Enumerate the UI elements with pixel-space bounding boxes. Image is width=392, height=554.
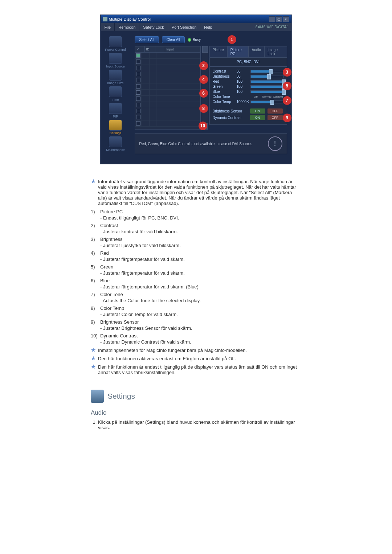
item-title: Brightness Sensor xyxy=(100,319,192,325)
brand-label: SAMSUNG DIGITAL xyxy=(252,23,291,31)
colortemp-slider[interactable] xyxy=(250,100,284,103)
item-desc: - Justerar färgtemperatur för vald skärm… xyxy=(100,270,185,276)
item-desc: - Justerar Color Temp för vald skärm. xyxy=(100,312,178,317)
checkbox-icon[interactable] xyxy=(136,72,140,76)
menu-safety-lock[interactable]: Safety Lock xyxy=(139,23,168,31)
checkbox-icon[interactable] xyxy=(136,90,140,95)
settings-panel: Picture Picture PC Audio Image Lock PC, … xyxy=(209,46,287,130)
maximize-button[interactable]: ▢ xyxy=(276,16,282,22)
item-desc: - Justerar kontrast för vald bildskärm. xyxy=(100,229,178,234)
dc-off-button[interactable]: OFF xyxy=(268,115,283,120)
power-control-icon[interactable] xyxy=(109,36,122,47)
explanation-list: 1)Picture PC- Endast tillgängligt för PC… xyxy=(91,209,301,345)
table-row[interactable] xyxy=(135,59,200,65)
col-id[interactable]: ID xyxy=(145,46,155,52)
item-title: Dynamic Contrast xyxy=(100,333,191,338)
maintenance-icon[interactable] xyxy=(109,136,122,147)
close-button[interactable]: × xyxy=(283,16,289,22)
settings-section-icon xyxy=(91,390,104,403)
table-row[interactable] xyxy=(135,120,200,127)
brightness-slider[interactable] xyxy=(250,75,284,78)
col-check[interactable]: ✓ xyxy=(135,46,145,52)
colortone-slider[interactable]: OffNormalCustom xyxy=(250,95,284,99)
item-desc: - Endast tillgängligt för PC, BNC, DVI. xyxy=(100,215,179,221)
sidebar-label: Settings xyxy=(101,131,130,135)
red-label: Red xyxy=(213,79,237,83)
table-row[interactable] xyxy=(135,77,200,83)
callout-4: 4 xyxy=(199,75,208,84)
blue-slider[interactable] xyxy=(250,90,284,93)
table-row[interactable] xyxy=(135,90,200,96)
table-row[interactable] xyxy=(135,65,200,71)
checkbox-icon[interactable] xyxy=(136,97,140,101)
checkbox-icon[interactable] xyxy=(136,53,140,58)
tab-picture-pc[interactable]: Picture PC xyxy=(227,46,249,57)
tab-picture[interactable]: Picture xyxy=(209,46,227,57)
bs-on-button[interactable]: ON xyxy=(250,108,265,114)
sidebar-label: Maintenance xyxy=(101,148,130,152)
checkbox-icon[interactable] xyxy=(136,121,140,126)
checkbox-icon[interactable] xyxy=(136,115,140,119)
tab-image-lock[interactable]: Image Lock xyxy=(264,46,287,57)
col-icon[interactable] xyxy=(155,46,165,52)
minimize-button[interactable]: _ xyxy=(269,16,275,22)
checkbox-icon[interactable] xyxy=(136,103,140,107)
steps-list: Klicka på Inställningar (Settings) bland… xyxy=(91,419,301,430)
time-icon[interactable] xyxy=(109,86,122,97)
item-title: Picture PC xyxy=(100,209,179,214)
callout-5: 5 xyxy=(283,82,291,90)
callout-7: 7 xyxy=(283,96,291,105)
document-content: ★Inforutnätet visar grundläggande inform… xyxy=(91,179,301,430)
bs-off-button[interactable]: OFF xyxy=(268,108,283,114)
item-title: Contrast xyxy=(100,223,178,228)
brightness-sensor-label: Brightness Sensor xyxy=(213,109,249,113)
star-icon: ★ xyxy=(91,364,96,375)
menu-help[interactable]: Help xyxy=(200,23,216,31)
settings-icon[interactable] xyxy=(109,120,122,131)
intro-note: Inforutnätet visar grundläggande informa… xyxy=(98,179,301,206)
sidebar-label: Power Control xyxy=(101,48,130,52)
star-icon: ★ xyxy=(91,356,96,361)
input-source-icon[interactable] xyxy=(109,53,122,64)
select-all-button[interactable]: Select All xyxy=(135,36,159,43)
table-row[interactable] xyxy=(135,102,200,108)
table-row[interactable] xyxy=(135,53,200,59)
callout-1: 1 xyxy=(228,35,236,44)
colortemp-label: Color Temp xyxy=(213,100,237,104)
menu-remocon[interactable]: Remocon xyxy=(115,23,139,31)
mdc-screenshot: Multiple Display Control _ ▢ × File Remo… xyxy=(100,15,292,164)
table-row[interactable] xyxy=(135,108,200,114)
clear-all-button[interactable]: Clear All xyxy=(162,36,185,43)
sidebar-label: PIP xyxy=(101,115,130,118)
section-subheading: Audio xyxy=(91,409,301,416)
checkbox-icon[interactable] xyxy=(136,109,140,113)
dc-on-button[interactable]: ON xyxy=(250,115,265,120)
checkbox-icon[interactable] xyxy=(136,59,140,64)
scroll-up-icon[interactable] xyxy=(202,46,208,53)
footnote-3: Den här funktionen är endast tillgänglig… xyxy=(98,364,301,375)
menu-port-selection[interactable]: Port Selection xyxy=(168,23,200,31)
status-bar: Red, Green, Blue Color Control is not av… xyxy=(135,133,287,154)
red-slider[interactable] xyxy=(250,80,284,83)
table-row[interactable] xyxy=(135,114,200,120)
menu-file[interactable]: File xyxy=(101,23,115,31)
table-row[interactable] xyxy=(135,83,200,90)
grid-scrollbar[interactable] xyxy=(202,46,208,130)
contrast-slider[interactable] xyxy=(250,70,284,73)
tab-audio[interactable]: Audio xyxy=(249,46,265,57)
col-input[interactable]: Input xyxy=(165,46,200,52)
table-row[interactable] xyxy=(135,96,200,102)
checkbox-icon[interactable] xyxy=(136,84,140,89)
dynamic-contrast-label: Dynamic Contrast xyxy=(213,116,249,120)
checkbox-icon[interactable] xyxy=(136,66,140,70)
table-row[interactable] xyxy=(135,71,200,77)
brightness-label: Brightness xyxy=(213,74,237,78)
blue-value: 100 xyxy=(237,90,250,94)
sidebar: Power Control Input Source Image Size Ti… xyxy=(101,31,130,164)
item-title: Color Tone xyxy=(100,292,201,297)
image-size-icon[interactable] xyxy=(109,70,122,81)
green-slider[interactable] xyxy=(250,85,284,88)
checkbox-icon[interactable] xyxy=(136,78,140,82)
pip-icon[interactable] xyxy=(109,103,122,114)
sidebar-label: Input Source xyxy=(101,65,130,68)
